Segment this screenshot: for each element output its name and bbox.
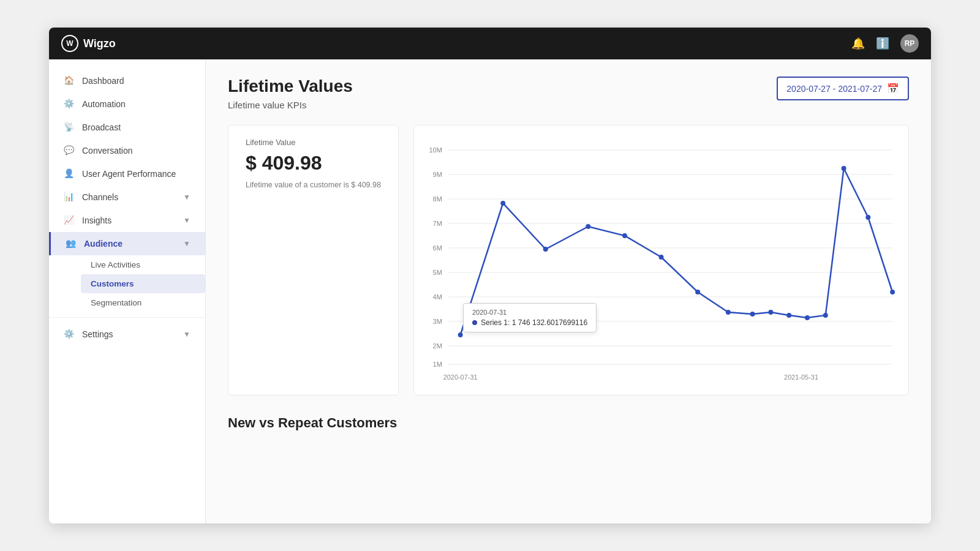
line-chart-svg: 10M 9M 8M 7M 6M 5M 4M 3M 2M 1M 2020-07-3… [424,138,899,383]
sidebar-item-conversation[interactable]: 💬 Conversation [49,139,205,162]
logo-text: Wigzo [83,37,116,50]
sidebar-item-live-activities[interactable]: Live Activities [81,255,205,274]
page-header-left: Lifetime Values Lifetime value KPIs [228,77,353,125]
chart-tooltip: 2020-07-31 Series 1: 1 746 132.601769911… [463,303,597,332]
line-chart-container: 10M 9M 8M 7M 6M 5M 4M 3M 2M 1M 2020-07-3… [413,125,909,395]
sidebar-item-customers[interactable]: Customers [81,274,205,293]
tooltip-date: 2020-07-31 [472,309,587,316]
svg-text:3M: 3M [433,318,442,325]
chart-point [842,166,846,171]
svg-text:9M: 9M [433,171,442,178]
chart-area: 10M 9M 8M 7M 6M 5M 4M 3M 2M 1M 2020-07-3… [413,125,909,395]
page-subtitle: Lifetime value KPIs [228,100,353,110]
tooltip-value: Series 1: 1 746 132.6017699116 [472,318,587,327]
svg-text:7M: 7M [433,220,442,227]
audience-submenu: Live Activities Customers Segmentation [49,255,205,312]
chart-point [695,290,700,294]
svg-text:4M: 4M [433,293,442,301]
sidebar-item-settings[interactable]: ⚙️ Settings ▼ [49,323,205,346]
svg-text:1M: 1M [433,361,442,368]
svg-text:10M: 10M [429,146,442,154]
chart-point [622,233,627,238]
chart-point [659,255,664,260]
chart-point [500,201,505,206]
tooltip-series: Series 1: 1 746 132.6017699116 [481,318,587,327]
sidebar-item-broadcast[interactable]: 📡 Broadcast [49,116,205,139]
settings-icon: ⚙️ [64,329,75,340]
sidebar-item-insights[interactable]: 📈 Insights ▼ [49,209,205,232]
kpi-label: Lifetime Value [246,138,381,147]
chevron-down-icon: ▼ [183,330,190,339]
chart-point [586,224,590,229]
sidebar: 🏠 Dashboard ⚙️ Automation 📡 Broadcast 💬 … [49,59,206,523]
topbar-actions: 🔔 ℹ️ RP [851,34,919,53]
main-content: Lifetime Values Lifetime value KPIs 2020… [206,59,931,523]
agent-icon: 👤 [64,168,75,179]
kpi-description: Lifetime value of a customer is $ 409.98 [246,179,381,191]
app-window: W Wigzo 🔔 ℹ️ RP 🏠 Dashboard ⚙️ Automatio… [49,28,931,523]
chart-point [726,310,731,315]
svg-text:6M: 6M [433,244,442,252]
home-icon: 🏠 [64,75,75,86]
info-icon[interactable]: ℹ️ [876,37,889,50]
main-layout: 🏠 Dashboard ⚙️ Automation 📡 Broadcast 💬 … [49,59,931,523]
insights-icon: 📈 [64,215,75,226]
chart-point [543,247,548,252]
calendar-icon: 📅 [887,83,899,94]
sidebar-item-segmentation[interactable]: Segmentation [81,293,205,312]
broadcast-icon: 📡 [64,122,75,133]
sidebar-divider [49,317,205,318]
chevron-down-icon: ▼ [183,216,190,225]
chart-point [805,315,810,320]
sidebar-item-channels[interactable]: 📊 Channels ▼ [49,186,205,209]
chart-point [458,332,463,337]
sidebar-item-automation[interactable]: ⚙️ Automation [49,92,205,116]
conversation-icon: 💬 [64,145,75,156]
date-range-picker[interactable]: 2020-07-27 - 2021-07-27 📅 [777,77,909,100]
kpi-chart-panel: Lifetime Value $ 409.98 Lifetime value o… [228,125,909,395]
svg-text:8M: 8M [433,195,442,203]
logo: W Wigzo [61,35,116,52]
svg-text:2020-07-31: 2020-07-31 [443,373,478,381]
chart-point [865,215,870,220]
audience-icon: 👥 [66,238,77,249]
user-avatar[interactable]: RP [900,34,919,53]
kpi-value: $ 409.98 [246,152,381,174]
chevron-down-icon: ▼ [183,239,190,248]
sidebar-item-user-agent[interactable]: 👤 User Agent Performance [49,162,205,186]
date-range-text: 2020-07-27 - 2021-07-27 [786,84,882,94]
logo-icon: W [61,35,78,52]
svg-text:2021-05-31: 2021-05-31 [784,373,818,381]
chart-point [750,312,755,317]
chart-point [768,310,773,315]
sidebar-item-dashboard[interactable]: 🏠 Dashboard [49,69,205,92]
bottom-section-title: New vs Repeat Customers [228,415,909,431]
topbar: W Wigzo 🔔 ℹ️ RP [49,28,931,59]
page-title: Lifetime Values [228,77,353,96]
page-header: Lifetime Values Lifetime value KPIs 2020… [228,77,909,125]
chart-point [823,313,828,318]
automation-icon: ⚙️ [64,99,75,110]
chart-point [786,313,791,318]
tooltip-dot [472,320,477,325]
chevron-down-icon: ▼ [183,193,190,201]
sidebar-item-audience[interactable]: 👥 Audience ▼ [49,232,205,255]
svg-text:5M: 5M [433,269,442,276]
kpi-card: Lifetime Value $ 409.98 Lifetime value o… [228,125,399,395]
chart-point [890,290,895,294]
notification-icon[interactable]: 🔔 [851,37,865,50]
svg-text:2M: 2M [433,342,442,350]
channels-icon: 📊 [64,192,75,203]
